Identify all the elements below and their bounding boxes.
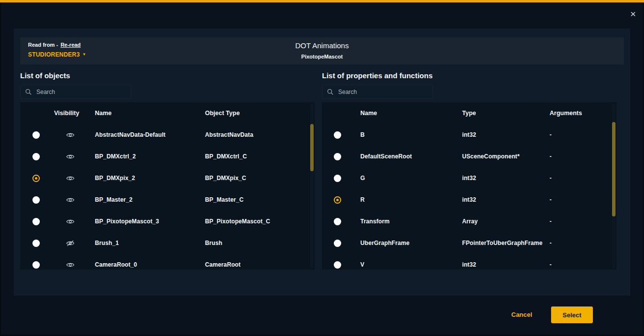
dialog-window: ✕ Read from -Re-read STUDIORENDER3▼ DOT …: [0, 0, 644, 336]
properties-search-input[interactable]: [322, 85, 433, 99]
cell-arguments: -: [550, 175, 616, 182]
table-row[interactable]: B int32 -: [322, 124, 616, 146]
table-row[interactable]: V int32 -: [322, 254, 616, 270]
column-header-object-type: Object Type: [205, 110, 315, 117]
top-accent-bar: [0, 0, 644, 2]
column-header-arguments: Arguments: [550, 110, 616, 117]
cell-object-type: BP_PixotopeMascot_C: [205, 218, 315, 225]
objects-panel-title: List of objects: [20, 71, 315, 80]
column-header-name: Name: [352, 110, 462, 117]
cell-name: B: [352, 131, 462, 138]
cell-name: BP_PixotopeMascot_3: [89, 218, 205, 225]
cell-arguments: -: [550, 240, 616, 246]
objects-table: Visibility Name Object Type AbstractNavD…: [20, 102, 315, 270]
radio-button[interactable]: [334, 153, 341, 160]
select-button[interactable]: Select: [551, 306, 593, 323]
radio-button[interactable]: [334, 196, 341, 204]
objects-table-header: Visibility Name Object Type: [20, 102, 315, 124]
radio-button[interactable]: [32, 175, 40, 182]
cell-arguments: -: [550, 261, 616, 268]
cell-object-type: BP_DMXpix_C: [205, 175, 315, 182]
properties-table-header: Name Type Arguments: [322, 102, 616, 124]
visibility-eye-off-icon[interactable]: [66, 240, 75, 246]
dialog-title: DOT Animations: [20, 41, 624, 50]
cell-name: BP_DMXpix_2: [89, 175, 205, 182]
column-header-visibility: Visibility: [52, 110, 89, 117]
objects-search-input[interactable]: [20, 85, 131, 99]
radio-button[interactable]: [32, 240, 40, 247]
radio-button[interactable]: [32, 196, 40, 204]
cell-name: R: [352, 196, 462, 203]
radio-button[interactable]: [334, 261, 341, 269]
cell-name: V: [352, 261, 462, 268]
cell-type: int32: [462, 131, 550, 138]
scrollbar-thumb[interactable]: [612, 122, 615, 216]
radio-button[interactable]: [32, 261, 40, 269]
cell-name: UberGraphFrame: [352, 240, 462, 246]
radio-button[interactable]: [334, 175, 341, 182]
table-row[interactable]: CameraRoot_0 CameraRoot: [20, 254, 315, 270]
table-row[interactable]: BP_Master_2 BP_Master_C: [20, 189, 315, 211]
radio-button[interactable]: [32, 153, 40, 160]
visibility-eye-icon[interactable]: [66, 218, 75, 225]
table-row[interactable]: AbstractNavData-Default AbstractNavData: [20, 124, 315, 146]
cell-name: DefaultSceneRoot: [352, 153, 462, 160]
table-row[interactable]: BP_PixotopeMascot_3 BP_PixotopeMascot_C: [20, 211, 315, 232]
cell-arguments: -: [550, 131, 616, 138]
radio-button[interactable]: [32, 218, 40, 225]
properties-table: Name Type Arguments B int32 - DefaultSce…: [322, 102, 616, 270]
radio-button[interactable]: [32, 131, 40, 139]
cell-name: BP_Master_2: [89, 196, 205, 203]
properties-search: [322, 85, 433, 99]
visibility-eye-icon[interactable]: [66, 153, 75, 160]
table-row[interactable]: BP_DMXctrl_2 BP_DMXctrl_C: [20, 146, 315, 167]
cell-object-type: BP_Master_C: [205, 196, 315, 203]
visibility-eye-icon[interactable]: [66, 175, 75, 182]
table-row[interactable]: BP_DMXpix_2 BP_DMXpix_C: [20, 167, 315, 189]
cell-type: int32: [462, 196, 550, 203]
radio-button[interactable]: [334, 131, 341, 139]
visibility-eye-icon[interactable]: [66, 197, 75, 203]
radio-button[interactable]: [334, 240, 341, 247]
cell-name: BP_DMXctrl_2: [89, 153, 205, 160]
dialog-surface: Read from -Re-read STUDIORENDER3▼ DOT An…: [14, 29, 630, 296]
cell-arguments: -: [550, 153, 616, 160]
cell-arguments: -: [550, 218, 616, 225]
cell-object-type: BP_DMXctrl_C: [205, 153, 315, 160]
cell-arguments: -: [550, 196, 616, 203]
column-header-name: Name: [89, 110, 205, 117]
table-row[interactable]: Transform Array -: [322, 211, 616, 232]
radio-button[interactable]: [334, 218, 341, 225]
dialog-subtitle: PixotopeMascot: [20, 54, 624, 60]
close-icon[interactable]: ✕: [630, 10, 636, 19]
cell-object-type: AbstractNavData: [205, 131, 315, 138]
header-bar: Read from -Re-read STUDIORENDER3▼ DOT An…: [20, 37, 624, 64]
cell-type: Array: [462, 218, 550, 225]
objects-search: [20, 85, 131, 99]
cell-name: Brush_1: [89, 240, 205, 246]
properties-panel-title: List of properties and functions: [322, 71, 616, 80]
cell-object-type: Brush: [205, 240, 315, 246]
table-row[interactable]: Brush_1 Brush: [20, 232, 315, 254]
column-header-type: Type: [462, 110, 550, 117]
visibility-eye-icon[interactable]: [66, 132, 75, 138]
cell-name: AbstractNavData-Default: [89, 131, 205, 138]
table-row[interactable]: G int32 -: [322, 167, 616, 189]
cell-name: Transform: [352, 218, 462, 225]
visibility-eye-icon[interactable]: [66, 262, 75, 268]
objects-panel: List of objects Visibility Name Object T…: [20, 71, 315, 270]
table-row[interactable]: R int32 -: [322, 189, 616, 211]
table-row[interactable]: UberGraphFrame FPointerToUberGraphFrame …: [322, 232, 616, 254]
cell-object-type: CameraRoot: [205, 261, 315, 268]
properties-panel: List of properties and functions Name Ty…: [322, 71, 616, 270]
cell-type: FPointerToUberGraphFrame: [462, 240, 550, 246]
cell-type: int32: [462, 175, 550, 182]
cell-name: G: [352, 175, 462, 182]
cell-type: int32: [462, 261, 550, 268]
cell-type: USceneComponent*: [462, 153, 550, 160]
scrollbar-thumb[interactable]: [310, 124, 314, 171]
table-row[interactable]: DefaultSceneRoot USceneComponent* -: [322, 146, 616, 167]
cancel-button[interactable]: Cancel: [511, 311, 532, 318]
cell-name: CameraRoot_0: [89, 261, 205, 268]
